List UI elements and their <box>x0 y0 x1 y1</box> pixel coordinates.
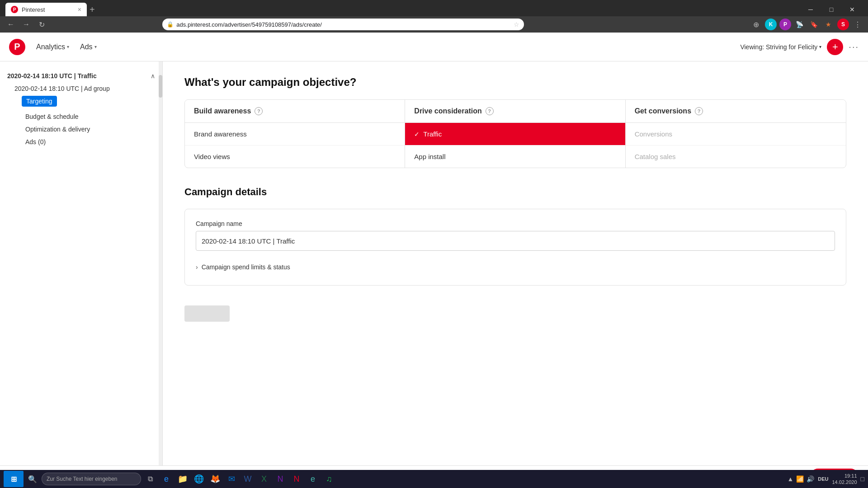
campaign-name-input[interactable] <box>196 231 835 251</box>
viewing-selector[interactable]: Viewing: Striving for Felicity ▾ <box>740 43 821 51</box>
conversions-header-label: Get conversions <box>635 107 691 115</box>
more-button[interactable]: ··· <box>849 42 859 52</box>
sidebar-adgroup[interactable]: 2020-02-14 18:10 UTC | Ad group <box>7 83 155 94</box>
next-button-placeholder[interactable] <box>184 305 230 322</box>
sidebar-scrollbar-thumb[interactable] <box>159 75 162 98</box>
sidebar-item-ads[interactable]: Ads (0) <box>22 136 155 148</box>
taskbar-task-view[interactable]: ⧉ <box>143 472 157 486</box>
awareness-help-icon[interactable]: ? <box>255 107 263 115</box>
main-layout: 2020-02-14 18:10 UTC | Traffic ∧ 2020-02… <box>0 61 868 465</box>
pinterest-logo[interactable]: P <box>9 39 25 55</box>
browser-toolbar-right: ⊕ K P 📡 🔖 ★ S ⋮ <box>750 19 863 30</box>
profile-teal[interactable]: K <box>765 19 777 30</box>
traffic-option[interactable]: ✓ Traffic <box>405 123 625 145</box>
browser-tab[interactable]: P Pinterest × <box>5 3 87 16</box>
address-bar-row: ← → ↻ 🔒 ads.pinterest.com/advertiser/549… <box>0 16 868 33</box>
objective-grid: Build awareness ? Brand awareness Video … <box>184 99 846 168</box>
add-button[interactable]: + <box>827 39 843 55</box>
new-tab-button[interactable]: + <box>90 3 95 16</box>
video-views-option[interactable]: Video views <box>185 145 405 168</box>
maximize-button[interactable]: □ <box>821 3 842 16</box>
taskbar-search-text: Zur Suche Text hier eingeben <box>47 476 118 482</box>
sidebar-item-budget[interactable]: Budget & schedule <box>22 110 155 123</box>
campaign-details-title: Campaign details <box>184 186 846 198</box>
conversions-label: Conversions <box>635 130 672 138</box>
taskbar-search-button[interactable]: 🔍 <box>25 472 40 486</box>
star-icon[interactable]: ☆ <box>514 21 519 28</box>
taskbar-excel[interactable]: X <box>257 472 271 486</box>
forward-button[interactable]: → <box>20 18 33 31</box>
sidebar-item-targeting[interactable]: Targeting <box>22 96 57 107</box>
profile-ext2[interactable]: 🔖 <box>808 19 820 30</box>
back-button[interactable]: ← <box>5 18 17 31</box>
tab-close-icon[interactable]: × <box>78 6 81 13</box>
taskbar-edge[interactable]: e <box>159 472 174 486</box>
profile-cast[interactable]: 📡 <box>794 19 806 30</box>
taskbar-onenote[interactable]: N <box>273 472 288 486</box>
minimize-button[interactable]: ─ <box>800 3 821 16</box>
campaign-details-outer: Campaign details Campaign name › Campaig… <box>184 186 846 286</box>
sidebar-scrollbar[interactable] <box>159 61 162 465</box>
system-tray-icons: ▲ 📶 🔊 <box>787 475 814 483</box>
clock-date: 14.02.2020 <box>832 479 857 485</box>
show-desktop-icon[interactable]: □ <box>861 475 864 483</box>
analytics-nav[interactable]: Analytics ▾ <box>36 43 69 51</box>
refresh-button[interactable]: ↻ <box>35 18 48 31</box>
taskbar-word[interactable]: W <box>241 472 255 486</box>
start-button[interactable]: ⊞ <box>4 471 24 487</box>
url-bar[interactable]: 🔒 ads.pinterest.com/advertiser/549759108… <box>162 19 524 30</box>
objective-section: What's your campaign objective? Build aw… <box>184 76 846 168</box>
extensions-icon[interactable]: ⊕ <box>750 19 762 30</box>
taskbar-clock[interactable]: 19:11 14.02.2020 <box>832 473 857 486</box>
traffic-label: Traffic <box>423 130 442 138</box>
taskbar-right: ▲ 📶 🔊 DEU 19:11 14.02.2020 □ <box>787 473 864 486</box>
consideration-help-icon[interactable]: ? <box>486 107 494 115</box>
main-content: What's your campaign objective? Build aw… <box>163 61 868 465</box>
profile-ext3[interactable]: ★ <box>823 19 835 30</box>
tab-label: Pinterest <box>22 6 45 13</box>
campaign-name-label: Campaign name <box>196 220 835 227</box>
profile-p[interactable]: P <box>779 19 791 30</box>
conversions-header: Get conversions ? <box>626 100 846 123</box>
taskbar-netflix[interactable]: N <box>289 472 304 486</box>
ads-chevron: ▾ <box>94 44 97 49</box>
spend-limits-label: Campaign spend limits & status <box>202 263 290 271</box>
app-header: P Analytics ▾ Ads ▾ Viewing: Striving fo… <box>0 33 868 61</box>
brand-awareness-label: Brand awareness <box>194 130 247 138</box>
profile-avatar-teal: K <box>765 19 777 30</box>
app-install-label: App install <box>414 153 445 160</box>
wifi-icon[interactable]: 📶 <box>796 475 804 483</box>
volume-icon[interactable]: 🔊 <box>807 475 814 483</box>
viewing-text: Viewing: Striving for Felicity <box>740 43 817 51</box>
sidebar-campaign: 2020-02-14 18:10 UTC | Traffic ∧ 2020-02… <box>0 69 162 150</box>
header-right: Viewing: Striving for Felicity ▾ + ··· <box>740 39 859 55</box>
traffic-check-icon: ✓ <box>414 131 420 138</box>
taskbar-firefox[interactable]: 🦊 <box>208 472 222 486</box>
clock-time: 19:11 <box>832 473 857 479</box>
sidebar-campaign-header[interactable]: 2020-02-14 18:10 UTC | Traffic ∧ <box>7 69 155 83</box>
taskbar-outlook[interactable]: ✉ <box>224 472 239 486</box>
taskbar-spotify[interactable]: ♫ <box>322 472 336 486</box>
taskbar-explorer[interactable]: 📁 <box>175 472 190 486</box>
taskbar-search-bar[interactable]: Zur Suche Text hier eingeben <box>42 473 141 485</box>
close-window-button[interactable]: ✕ <box>842 3 863 16</box>
ads-nav[interactable]: Ads ▾ <box>80 43 97 51</box>
app-install-option[interactable]: App install <box>405 145 625 168</box>
sidebar-item-optimization[interactable]: Optimization & delivery <box>22 123 155 136</box>
spend-limits-toggle[interactable]: › Campaign spend limits & status <box>196 260 835 274</box>
campaign-details-section: Campaign name › Campaign spend limits & … <box>184 209 846 286</box>
brand-awareness-option[interactable]: Brand awareness <box>185 123 405 145</box>
catalog-sales-option[interactable]: Catalog sales <box>626 145 846 168</box>
more-options-browser[interactable]: ⋮ <box>852 19 863 30</box>
taskbar: ⊞ 🔍 Zur Suche Text hier eingeben ⧉ e 📁 🌐… <box>0 470 868 488</box>
viewing-chevron: ▾ <box>819 44 821 49</box>
conversions-help-icon[interactable]: ? <box>695 107 703 115</box>
tray-icon-1[interactable]: ▲ <box>787 475 793 483</box>
taskbar-edge2[interactable]: e <box>306 472 320 486</box>
sidebar-items: Targeting Budget & schedule Optimization… <box>7 94 155 150</box>
conversions-option[interactable]: Conversions <box>626 123 846 145</box>
keyboard-lang[interactable]: DEU <box>818 476 828 482</box>
taskbar-chrome[interactable]: 🌐 <box>192 472 206 486</box>
profile-s[interactable]: S <box>837 19 849 30</box>
spend-chevron-icon: › <box>196 263 198 271</box>
